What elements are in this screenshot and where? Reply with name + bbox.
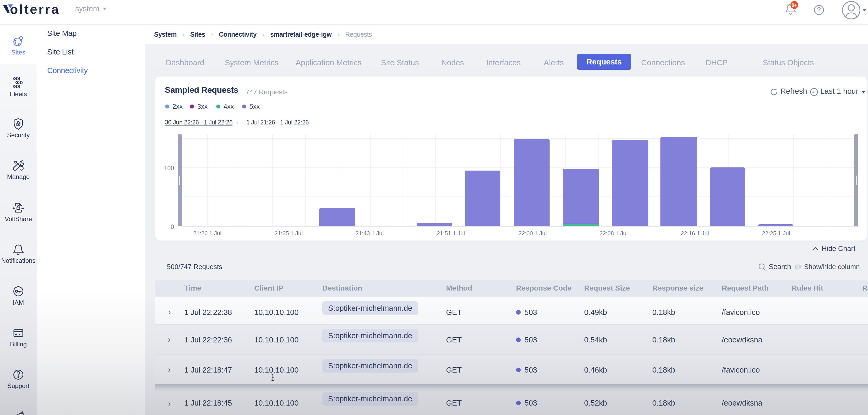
svg-text:9+: 9+ [792, 2, 797, 8]
